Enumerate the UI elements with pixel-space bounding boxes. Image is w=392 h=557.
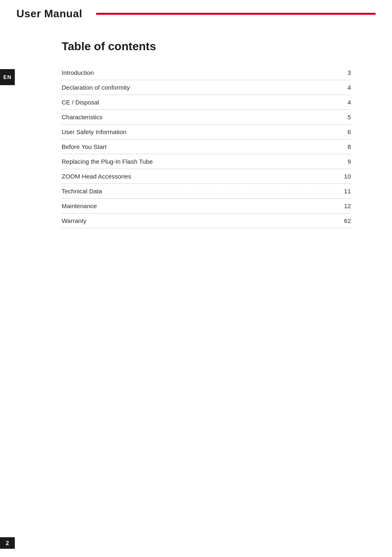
toc-item-label: Characteristics: [62, 114, 339, 121]
toc-item-label: ZOOM Head Accessories: [62, 173, 339, 180]
toc-row: Before You Start8: [62, 139, 351, 154]
toc-row: User Safety Information6: [62, 125, 351, 139]
page-header: User Manual: [0, 0, 392, 28]
header-accent-line: [96, 13, 376, 15]
toc-title: Table of contents: [25, 40, 367, 53]
toc-item-page: 4: [339, 84, 351, 91]
toc-item-page: 8: [339, 143, 351, 150]
toc-item-page: 9: [339, 158, 351, 165]
toc-row: Technical Data11: [62, 184, 351, 199]
toc-item-label: Introduction: [62, 69, 339, 76]
page-number: 2: [0, 537, 15, 549]
toc-item-page: 5: [339, 114, 351, 121]
toc-item-label: Technical Data: [62, 188, 339, 195]
manual-title: User Manual: [16, 7, 82, 20]
toc-item-label: User Safety Information: [62, 128, 339, 135]
toc-item-label: CE / Disposal: [62, 99, 339, 106]
toc-row: Characteristics5: [62, 110, 351, 125]
toc-row: Declaration of conformity4: [62, 80, 351, 95]
toc-item-page: 11: [339, 188, 351, 195]
toc-row: Warranty62: [62, 214, 351, 228]
language-tab: EN: [0, 69, 15, 85]
toc-row: Introduction3: [62, 65, 351, 80]
toc-item-page: 10: [339, 173, 351, 180]
toc-table: Introduction3Declaration of conformity4C…: [25, 65, 367, 228]
toc-item-page: 12: [339, 202, 351, 209]
toc-row: Maintenance12: [62, 199, 351, 214]
toc-item-label: Declaration of conformity: [62, 84, 339, 91]
toc-item-page: 62: [339, 217, 351, 224]
toc-item-page: 3: [339, 69, 351, 76]
toc-row: ZOOM Head Accessories10: [62, 169, 351, 184]
toc-item-label: Replacing the Plug-In Flash Tube: [62, 158, 339, 165]
toc-item-label: Maintenance: [62, 202, 339, 209]
toc-item-page: 6: [339, 128, 351, 135]
main-content: Table of contents Introduction3Declarati…: [0, 28, 392, 245]
toc-row: Replacing the Plug-In Flash Tube9: [62, 154, 351, 169]
toc-row: CE / Disposal4: [62, 95, 351, 110]
language-label: EN: [3, 74, 12, 80]
toc-item-label: Before You Start: [62, 143, 339, 150]
page-footer: 2: [0, 537, 392, 549]
toc-item-page: 4: [339, 99, 351, 106]
toc-item-label: Warranty: [62, 217, 339, 224]
